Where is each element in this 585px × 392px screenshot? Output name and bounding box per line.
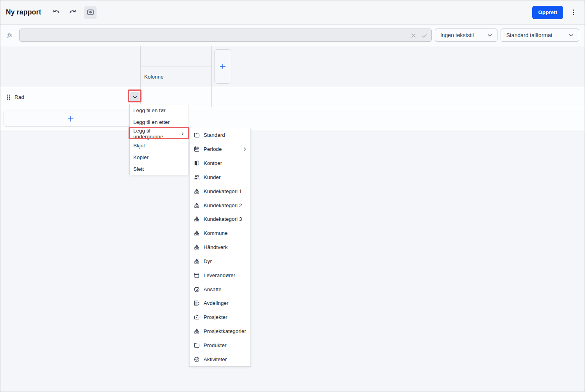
submenu-item-aktiviteter[interactable]: Aktiviteter [190,352,250,366]
grid-border-horizontal [141,66,211,66]
row-header-label: Rad [14,94,24,100]
plus-icon [67,115,75,123]
preview-icon [86,8,95,16]
submenu-item-leverandorer[interactable]: Leverandører [190,268,250,282]
undo-button[interactable] [50,7,62,18]
submenu-item-avdelinger[interactable]: Avdelinger [190,296,250,310]
report-grid-canvas: Kolonne Rad Legg til en før Legg til en … [0,46,585,392]
submenu-item-label: Kundekategori 2 [204,202,242,208]
drag-handle-icon[interactable] [6,94,11,100]
context-menu-item-label: Slett [133,166,144,172]
context-menu-item-label: Legg til en før [133,107,166,113]
fx-icon: fx [0,32,19,39]
category-icon [193,216,200,222]
context-menu-item-legg-til-en-for[interactable]: Legg til en før [130,104,188,116]
check-icon[interactable] [421,32,428,39]
row-options-chevron-button[interactable] [130,92,140,102]
redo-button[interactable] [67,7,79,18]
formula-input[interactable] [20,29,431,41]
submenu-item-kundekategori-2[interactable]: Kundekategori 2 [190,198,250,212]
number-format-dropdown[interactable]: Standard tallformat [501,29,579,42]
context-menu-item-legg-til-en-etter[interactable]: Legg til en etter [130,116,188,128]
column-header-label: Kolonne [144,74,164,80]
submenu-item-label: Avdelinger [204,300,229,306]
submenu-item-label: Ansatte [204,286,222,292]
submenu-item-kontoer[interactable]: Kontoer [190,156,250,170]
context-menu-item-label: Skjul [133,143,145,149]
chevron-down-icon [132,94,138,100]
submenu-item-dyr[interactable]: Dyr [190,254,250,268]
face-icon [193,286,200,293]
submenu-item-kundekategori-3[interactable]: Kundekategori 3 [190,212,250,226]
context-menu-item-legg-til-undergruppe[interactable]: Legg til undergruppe [130,128,188,140]
submenu-item-kommune[interactable]: Kommune [190,226,250,240]
context-menu-item-kopier[interactable]: Kopier [130,151,188,163]
submenu-item-prosjekter[interactable]: Prosjekter [190,310,250,324]
text-style-dropdown-label: Ingen tekststil [440,32,474,38]
calendar-icon [193,146,200,152]
undo-icon [52,8,61,17]
submenu-item-label: Prosjektkategorier [204,328,246,334]
submenu-item-label: Kundekategori 1 [204,188,242,194]
add-subgroup-submenu: Standard Periode Kontoer Kunder Kund [189,128,251,367]
more-options-button[interactable] [567,6,579,19]
submenu-item-kunder[interactable]: Kunder [190,170,250,184]
context-menu-item-label: Legg til undergruppe [133,128,180,140]
category-icon [193,188,200,195]
submenu-item-label: Prosjekter [204,314,227,320]
submenu-item-label: Leverandører [204,272,235,278]
create-button[interactable]: Opprett [532,6,563,19]
grid-header-band [0,46,585,87]
submenu-item-produkter[interactable]: Produkter [190,338,250,352]
row-context-menu: Legg til en før Legg til en etter Legg t… [129,104,188,175]
context-menu-item-slett[interactable]: Slett [130,163,188,175]
briefcase-icon [193,314,200,320]
submenu-item-standard[interactable]: Standard [190,128,250,142]
submenu-item-label: Håndtverk [204,244,228,250]
category-icon [193,202,200,209]
report-builder-window: Ny rapport Opprett fx Ingen tekststil St… [0,0,585,392]
submenu-item-kundekategori-1[interactable]: Kundekategori 1 [190,184,250,198]
submenu-item-label: Aktiviteter [204,356,227,362]
text-style-dropdown[interactable]: Ingen tekststil [435,29,498,42]
kebab-icon [570,9,577,16]
top-toolbar: Ny rapport Opprett [0,0,585,25]
category-icon [193,230,200,236]
add-row-button[interactable] [4,111,138,127]
people-icon [193,174,200,181]
submenu-item-label: Kundekategori 3 [204,216,242,222]
submenu-item-label: Standard [204,132,225,138]
formula-input-box [19,29,432,42]
grid-border-vertical [211,46,212,107]
context-menu-item-skjul[interactable]: Skjul [130,140,188,151]
redo-icon [68,8,77,17]
preview-toggle-button[interactable] [84,6,97,19]
category-icon [193,328,200,335]
submenu-item-handtverk[interactable]: Håndtverk [190,240,250,254]
page-title: Ny rapport [6,8,41,16]
folder-icon [193,132,200,138]
chevron-down-icon [568,32,574,38]
grid-border-vertical [140,46,141,107]
submenu-item-label: Kunder [204,174,221,180]
close-icon[interactable] [410,32,417,39]
building-icon [193,300,200,306]
submenu-item-label: Produkter [204,342,227,348]
folder-icon [193,342,200,349]
submenu-item-ansatte[interactable]: Ansatte [190,282,250,296]
submenu-item-periode[interactable]: Periode [190,142,250,156]
number-format-dropdown-label: Standard tallformat [506,32,552,38]
chevron-down-icon [487,32,493,38]
context-menu-item-label: Kopier [133,154,148,160]
row-header-cell: Rad [6,87,24,107]
grid-row-band [0,87,585,107]
book-icon [193,160,200,166]
add-column-button[interactable] [214,49,231,84]
category-icon [193,244,200,251]
submenu-item-label: Dyr [204,258,212,264]
storefront-icon [193,272,200,279]
context-menu-item-label: Legg til en etter [133,119,170,125]
chevron-right-icon [242,147,247,152]
check-circle-icon [193,356,200,363]
submenu-item-prosjektkategorier[interactable]: Prosjektkategorier [190,324,250,338]
